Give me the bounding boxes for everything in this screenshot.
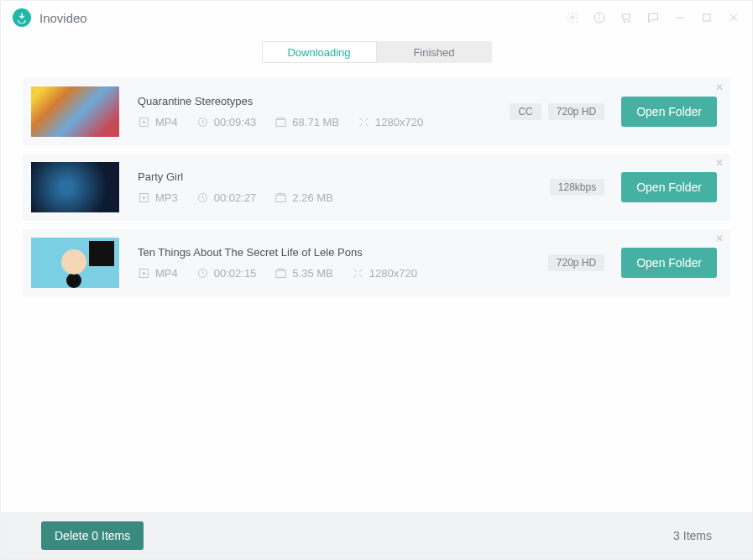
item-format: MP3: [155, 191, 178, 204]
thumbnail: [31, 86, 119, 137]
open-folder-button[interactable]: Open Folder: [621, 248, 717, 278]
item-format: MP4: [155, 116, 178, 128]
chat-icon[interactable]: [646, 11, 660, 24]
svg-point-4: [624, 21, 625, 23]
svg-marker-17: [143, 272, 146, 275]
footer: Delete 0 Items 3 Items: [1, 512, 752, 559]
close-icon[interactable]: [727, 11, 740, 24]
download-list: ✕ Quarantine Stereotypes MP4 00:09:43 68…: [1, 78, 752, 296]
list-item: ✕ Ten Things About The Secret Life of Le…: [23, 229, 730, 296]
badge-bitrate: 128kbps: [550, 179, 604, 196]
item-duration: 00:02:27: [214, 191, 257, 204]
svg-marker-14: [143, 196, 146, 200]
list-item: ✕ Party Girl MP3 00:02:27 2.26 MB 128kbp…: [23, 154, 730, 221]
tab-downloading[interactable]: Downloading: [262, 41, 377, 63]
svg-rect-7: [703, 14, 710, 21]
item-resolution: 1280x720: [369, 267, 417, 280]
item-size: 68.71 MB: [292, 116, 339, 128]
item-duration: 00:02:15: [214, 267, 257, 280]
thumbnail: [31, 238, 119, 288]
app-title: Inovideo: [39, 11, 87, 25]
item-meta: MP3 00:02:27 2.26 MB: [138, 191, 550, 204]
thumbnail: [31, 162, 119, 212]
item-title: Ten Things About The Secret Life of Lele…: [138, 246, 548, 259]
remove-item-icon[interactable]: ✕: [715, 81, 724, 93]
svg-point-0: [571, 16, 574, 19]
item-size: 5.35 MB: [292, 267, 332, 280]
maximize-icon[interactable]: [700, 11, 714, 24]
tab-finished[interactable]: Finished: [377, 41, 492, 63]
app-logo: [13, 8, 31, 27]
remove-item-icon[interactable]: ✕: [715, 157, 724, 169]
window-controls: [566, 11, 740, 24]
item-duration: 00:09:43: [214, 116, 257, 128]
item-meta: MP4 00:09:43 68.71 MB 1280x720: [138, 116, 510, 128]
item-format: MP4: [155, 267, 178, 280]
svg-marker-11: [143, 121, 146, 124]
badge-quality: 720p HD: [548, 254, 604, 271]
svg-point-5: [628, 21, 630, 23]
open-folder-button[interactable]: Open Folder: [621, 172, 717, 202]
item-resolution: 1280x720: [375, 116, 423, 128]
badge-cc: CC: [510, 103, 541, 120]
list-item: ✕ Quarantine Stereotypes MP4 00:09:43 68…: [23, 78, 730, 145]
delete-button[interactable]: Delete 0 Items: [41, 521, 144, 550]
badge-quality: 720p HD: [548, 103, 604, 120]
item-count: 3 Items: [673, 529, 712, 542]
info-icon[interactable]: [593, 11, 606, 24]
svg-point-3: [599, 15, 600, 16]
settings-icon[interactable]: [566, 11, 579, 24]
tabs: Downloading Finished: [1, 34, 752, 78]
titlebar: Inovideo: [1, 1, 752, 34]
open-folder-button[interactable]: Open Folder: [621, 97, 717, 127]
cart-icon[interactable]: [620, 11, 633, 24]
item-size: 2.26 MB: [292, 191, 332, 204]
item-title: Party Girl: [138, 170, 550, 183]
minimize-icon[interactable]: [673, 11, 687, 24]
remove-item-icon[interactable]: ✕: [715, 233, 724, 244]
item-title: Quarantine Stereotypes: [138, 95, 510, 107]
item-meta: MP4 00:02:15 5.35 MB 1280x720: [138, 267, 548, 280]
